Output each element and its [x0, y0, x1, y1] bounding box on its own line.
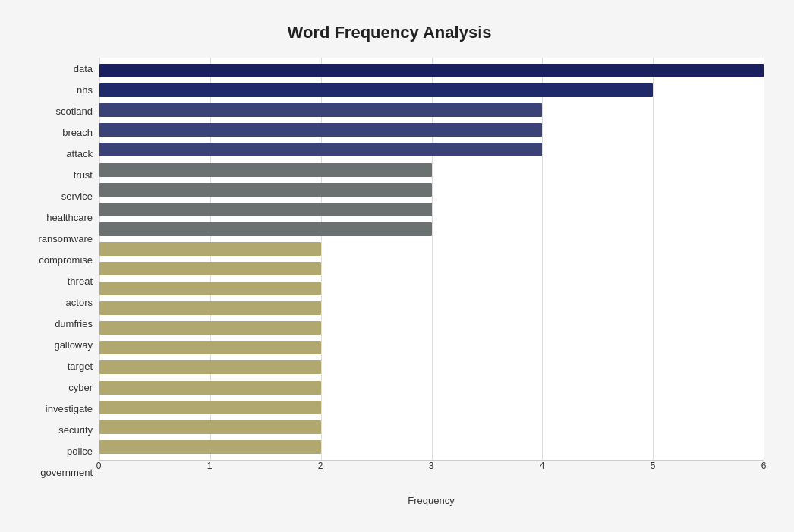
y-label-security: security [58, 425, 93, 435]
y-label-cyber: cyber [68, 382, 93, 392]
y-label-actors: actors [66, 297, 93, 307]
bar-breach [99, 123, 542, 137]
grid-line-6 [764, 58, 764, 460]
bar-actors [99, 282, 321, 295]
x-axis: Frequency 0123456 [99, 461, 764, 483]
bar-row-breach [99, 121, 764, 138]
bar-row-service [99, 181, 764, 198]
bar-row-government [99, 439, 764, 455]
bar-row-ransomware [99, 221, 764, 238]
bars-wrapper [99, 58, 764, 460]
y-label-threat: threat [68, 276, 93, 286]
chart-area: datanhsscotlandbreachattacktrustserviceh… [15, 58, 764, 483]
bars-and-x: Frequency 0123456 [99, 58, 764, 483]
bar-row-compromise [99, 241, 764, 257]
bar-attack [99, 143, 542, 156]
chart-container: Word Frequency Analysis datanhsscotlandb… [8, 8, 786, 532]
bar-row-threat [99, 260, 764, 277]
bar-row-data [99, 62, 764, 79]
x-tick-1: 1 [207, 461, 213, 471]
y-axis: datanhsscotlandbreachattacktrustserviceh… [15, 58, 99, 483]
bar-nhs [99, 83, 653, 97]
y-label-target: target [68, 361, 93, 371]
y-label-police: police [67, 446, 93, 456]
bar-row-police [99, 419, 764, 436]
y-label-healthcare: healthcare [46, 212, 93, 222]
x-tick-0: 0 [96, 461, 102, 471]
bar-row-dumfries [99, 300, 764, 316]
y-label-nhs: nhs [77, 85, 93, 95]
bar-row-scotland [99, 102, 764, 118]
x-axis-label: Frequency [99, 495, 764, 506]
x-tick-6: 6 [761, 461, 767, 471]
bar-row-actors [99, 280, 764, 297]
y-label-breach: breach [62, 127, 93, 137]
y-label-compromise: compromise [39, 255, 93, 265]
bar-row-target [99, 339, 764, 356]
bar-row-galloway [99, 320, 764, 336]
bar-police [99, 420, 321, 434]
bar-row-security [99, 399, 764, 416]
y-label-dumfries: dumfries [55, 319, 93, 329]
y-label-trust: trust [74, 170, 93, 180]
chart-title: Word Frequency Analysis [15, 23, 764, 42]
bar-trust [99, 163, 432, 177]
bar-government [99, 440, 321, 454]
y-label-investigate: investigate [46, 404, 93, 414]
x-tick-3: 3 [429, 461, 434, 471]
bars-section [99, 58, 764, 461]
y-label-attack: attack [66, 149, 93, 159]
y-label-service: service [61, 191, 93, 201]
bar-row-cyber [99, 359, 764, 376]
bar-target [99, 341, 321, 354]
bar-healthcare [99, 203, 432, 216]
bar-compromise [99, 242, 321, 256]
bar-investigate [99, 381, 321, 395]
bar-galloway [99, 321, 321, 335]
y-label-data: data [74, 64, 93, 74]
x-tick-4: 4 [540, 461, 545, 471]
bar-threat [99, 262, 321, 275]
y-label-ransomware: ransomware [38, 234, 93, 244]
bar-dumfries [99, 301, 321, 315]
y-label-scotland: scotland [56, 106, 93, 116]
bar-ransomware [99, 222, 432, 236]
bar-service [99, 183, 432, 197]
bar-cyber [99, 360, 321, 374]
x-tick-5: 5 [651, 461, 656, 471]
bar-row-healthcare [99, 201, 764, 218]
bar-security [99, 401, 321, 414]
bar-row-attack [99, 141, 764, 158]
bar-row-investigate [99, 379, 764, 396]
bar-row-trust [99, 162, 764, 178]
bar-data [99, 64, 764, 77]
x-tick-2: 2 [318, 461, 323, 471]
y-label-government: government [40, 467, 93, 477]
y-label-galloway: galloway [54, 340, 93, 350]
bar-scotland [99, 103, 542, 117]
bar-row-nhs [99, 82, 764, 99]
